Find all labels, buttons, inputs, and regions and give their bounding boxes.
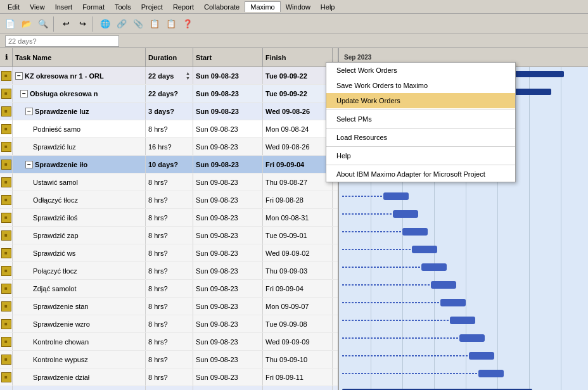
task-label: Sprawdzenie luz xyxy=(35,108,89,115)
menu-insert[interactable]: Insert xyxy=(50,2,78,12)
td-finish: Thu 09-08-27 xyxy=(263,173,333,191)
task-label: KZ okresowa nr 1 - ORL xyxy=(25,72,104,80)
gantt-header-label: Sep 2023 xyxy=(344,54,371,61)
link-button[interactable]: 🔗 xyxy=(114,16,129,32)
menu-tools[interactable]: Tools xyxy=(110,2,136,12)
menu-view[interactable]: View xyxy=(25,2,50,12)
row-icon: ■ xyxy=(1,230,11,241)
th-finish[interactable]: Finish xyxy=(263,48,333,66)
td-task-name[interactable]: Kontrolne wypusz xyxy=(13,351,146,368)
td-start: Sun 09-08-23 xyxy=(193,333,263,350)
table-row: ■ Sprawdzić luz 16 hrs? Sun 09-08-23 Wed… xyxy=(0,138,338,156)
menu-edit[interactable]: Edit xyxy=(3,2,25,12)
gantt-bar xyxy=(459,334,485,342)
clip-button[interactable]: 📎 xyxy=(131,16,146,32)
task-label: Sprawdzić luz xyxy=(33,143,76,151)
menu-bar: Edit View Insert Format Tools Project Re… xyxy=(0,0,588,14)
filter-input[interactable] xyxy=(5,35,119,47)
th-start[interactable]: Start xyxy=(193,48,263,66)
duration-spinner[interactable]: ▲ ▼ xyxy=(186,71,190,81)
table-row: ■ Sprawdzenie dział 8 hrs? Sun 09-08-23 … xyxy=(0,368,338,386)
td-duration: 8 hrs? xyxy=(146,262,193,279)
td-duration: 8 hrs? xyxy=(146,173,193,191)
copy-button[interactable]: 📋 xyxy=(147,16,162,32)
td-task-name[interactable]: − Obsługa okresowa n xyxy=(13,85,146,102)
td-info: ■ xyxy=(0,333,13,350)
td-task-name[interactable]: Sprawdzenie wzro xyxy=(13,315,146,332)
td-task-name[interactable]: Kontrolne chowan xyxy=(13,333,146,350)
sep1 xyxy=(53,16,56,32)
expand-icon[interactable]: − xyxy=(15,72,23,80)
table-row: ■ − KZ okresowa nr 1 - ORL 22 days ▲ ▼ S… xyxy=(0,67,338,85)
menu-separator xyxy=(326,110,515,110)
menu-item-about[interactable]: About IBM Maximo Adapter for Microsoft P… xyxy=(326,167,515,182)
menu-collaborate[interactable]: Collaborate xyxy=(199,2,245,12)
gantt-bar xyxy=(421,263,447,271)
td-task-name[interactable]: Ustawić samol xyxy=(13,173,146,191)
menu-project[interactable]: Project xyxy=(136,2,168,12)
table-row: ■ Zdjąć samolot 8 hrs? Sun 09-08-23 Fri … xyxy=(0,280,338,298)
td-task-name[interactable]: Sprawdzenie dział xyxy=(13,368,146,386)
td-task-name[interactable]: − Sprawdzenie luz xyxy=(13,103,146,120)
new-button[interactable]: 📄 xyxy=(3,16,18,32)
td-task-name[interactable]: Sprawdzenie stan xyxy=(13,298,146,315)
td-task-name[interactable]: Odłączyć tłocz xyxy=(13,191,146,208)
menu-item-load-resources[interactable]: Load Resources xyxy=(326,130,515,145)
td-task-name[interactable]: − KZ okresowa nr 1 - ORL xyxy=(13,67,146,84)
spin-down[interactable]: ▼ xyxy=(186,76,190,81)
td-start: Sun 09-08-23 xyxy=(193,209,263,226)
td-task-name[interactable]: Sprawdzić luz xyxy=(13,138,146,155)
td-start: Sun 09-08-23 xyxy=(193,85,263,102)
td-info: ■ xyxy=(0,67,13,84)
td-task-name[interactable]: Podnieść samo xyxy=(13,120,146,137)
maximo-dropdown-menu[interactable]: Select Work Orders Save Work Orders to M… xyxy=(326,62,516,182)
row-icon: ■ xyxy=(1,142,11,152)
table-row: ■ Sprawdzić iloś 8 hrs? Sun 09-08-23 Mon… xyxy=(0,209,338,227)
menu-maximo[interactable]: Maximo xyxy=(245,1,281,12)
td-task-name[interactable]: Sprawdzić zap xyxy=(13,227,146,244)
td-duration: 8 hrs? xyxy=(146,280,193,297)
td-task-name[interactable]: Sprawdzić ws xyxy=(13,244,146,261)
menu-window[interactable]: Window xyxy=(281,2,316,12)
gantt-bar xyxy=(431,281,456,289)
expand-icon[interactable]: − xyxy=(25,108,33,115)
expand-icon[interactable]: − xyxy=(25,161,33,168)
help-btn[interactable]: ❓ xyxy=(180,16,195,32)
menu-format[interactable]: Format xyxy=(77,2,110,12)
td-finish: Wed 09-09-02 xyxy=(263,244,333,261)
menu-item-save-work-orders[interactable]: Save Work Orders to Maximo xyxy=(326,78,515,93)
open-button[interactable]: 📂 xyxy=(19,16,34,32)
td-info: ■ xyxy=(0,120,13,137)
search-button[interactable]: 🔍 xyxy=(35,16,51,32)
td-finish: Tue 09-09-22 xyxy=(263,85,333,102)
menu-report[interactable]: Report xyxy=(168,2,199,12)
td-duration[interactable]: 22 days ▲ ▼ xyxy=(146,67,193,84)
td-duration: 8 hrs? xyxy=(146,120,193,137)
menu-help[interactable]: Help xyxy=(316,2,340,12)
menu-item-update-work-orders[interactable]: Update Work Orders xyxy=(326,93,515,108)
td-finish: Wed 09-09-09 xyxy=(263,333,333,350)
td-task-name[interactable]: − Sprawdzenie iło xyxy=(13,156,146,173)
table-row: ■ Podnieść samo 8 hrs? Sun 09-08-23 Mon … xyxy=(0,120,338,138)
td-duration: 16 hrs? xyxy=(146,138,193,155)
menu-item-help[interactable]: Help xyxy=(326,148,515,163)
td-finish: Mon 09-08-24 xyxy=(263,120,333,137)
menu-item-select-work-orders[interactable]: Select Work Orders xyxy=(326,63,515,78)
th-duration[interactable]: Duration xyxy=(146,48,193,66)
td-task-name[interactable]: Połączyć tłocz xyxy=(13,262,146,279)
expand-icon[interactable]: − xyxy=(20,90,28,98)
paste-button[interactable]: 📋 xyxy=(163,16,179,32)
row-icon: ■ xyxy=(1,355,11,365)
menu-item-select-pms[interactable]: Select PMs xyxy=(326,111,515,127)
th-task-name[interactable]: Task Name xyxy=(13,48,146,66)
td-task-name[interactable]: Zdjąć samolot xyxy=(13,280,146,297)
gantt-bar xyxy=(478,370,504,377)
td-duration: 8 hrs? xyxy=(146,244,193,261)
td-task-name[interactable]: Sprawdzić iloś xyxy=(13,209,146,226)
undo-button[interactable]: ↩ xyxy=(58,16,74,32)
redo-button[interactable]: ↪ xyxy=(75,16,90,32)
spin-up[interactable]: ▲ xyxy=(186,71,190,76)
globe-button[interactable]: 🌐 xyxy=(98,16,113,32)
row-icon: ■ xyxy=(1,248,11,258)
td-task-name[interactable]: − Sprawdzenie ins xyxy=(13,386,146,390)
